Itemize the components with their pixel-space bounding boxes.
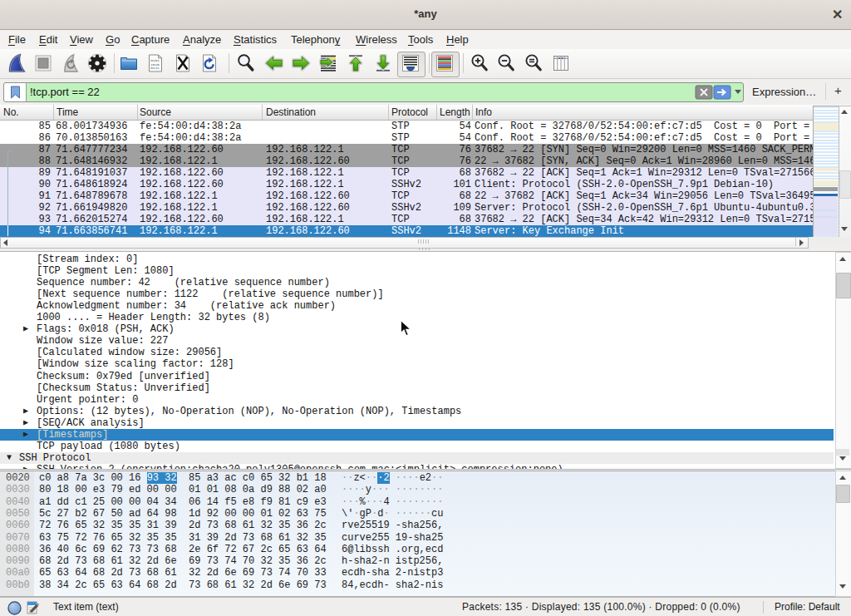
svg-text:0111: 0111 (150, 66, 160, 70)
